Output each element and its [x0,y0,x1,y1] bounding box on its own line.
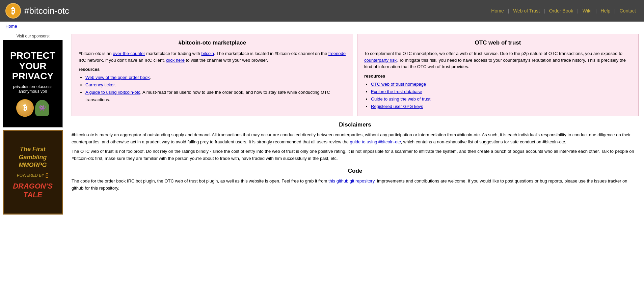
bitcoin-gold-icon: ₿ [16,99,34,117]
disclaimers-title: Disclaimers [72,121,639,128]
marketplace-resources-list: Web view of the open order book. Currenc… [85,74,346,104]
sponsor-1-icons: ₿ 👾 [16,99,49,117]
ghost-icon: 👾 [35,100,49,116]
trust-homepage-link[interactable]: OTC web of trust homepage [371,82,426,87]
trust-resources-label: resources [364,74,632,79]
counterparty-risk-link[interactable]: counterparty risk [364,58,397,63]
nav-help[interactable]: Help [598,8,613,13]
bitcoin-logo-icon: ₿ [5,3,21,19]
nav-sep-3: | [576,8,580,13]
github-link[interactable]: this github git repository [328,178,374,184]
disclaimers-p2: The OTC web of trust is not foolproof. D… [72,148,639,162]
sponsor-2-box[interactable]: The FirstGamblingMMORPG POWERED BY ₿ DRA… [3,130,63,215]
bitcoin-link[interactable]: bitcoin [201,51,214,56]
nav-wiki[interactable]: Wiki [580,8,594,13]
list-item: Web view of the open order book. [85,74,346,81]
header: ₿ #bitcoin-otc Home | Web of Trust | Ord… [0,0,644,22]
sidebar: Visit our sponsors: PROTECTYOURPRIVACY p… [0,34,66,215]
code-section: Code The code for the order book IRC bot… [72,168,639,192]
sponsor-label: Visit our sponsors: [3,34,63,38]
code-description: The code for the order book IRC bot plug… [72,178,639,192]
freenode-link[interactable]: freenode [328,51,346,56]
sponsor-1-box[interactable]: PROTECTYOURPRIVACY privateinternetaccess… [3,40,63,128]
marketplace-title: #bitcoin-otc marketplace [79,39,346,46]
nav-sep-5: | [613,8,617,13]
sponsor-2-bottom: DRAGON'STALE [13,182,53,199]
list-item: Explore the trust database [371,88,632,95]
nav-sep-1: | [507,8,510,13]
nav-web-of-trust[interactable]: Web of Trust [510,8,542,13]
top-panels: #bitcoin-otc marketplace #bitcoin-otc is… [72,34,639,116]
explore-trust-link[interactable]: Explore the trust database [371,89,422,94]
site-title: #bitcoin-otc [24,6,69,16]
click-here-link[interactable]: click here [166,58,185,63]
nav-contact[interactable]: Contact [617,8,639,13]
sponsor-1-title: PROTECTYOURPRIVACY [10,51,55,82]
header-nav: Home | Web of Trust | Order Book | Wiki … [488,8,639,13]
disclaimer-guide-link[interactable]: guide to using #bitcoin-otc [350,139,401,144]
code-title: Code [72,168,639,174]
list-item: OTC web of trust homepage [371,81,632,88]
nav-home[interactable]: Home [488,8,506,13]
sponsor-2-title: The FirstGamblingMMORPG [19,145,47,169]
content: #bitcoin-otc marketplace #bitcoin-otc is… [66,34,644,215]
nav-sep-4: | [594,8,598,13]
guide-trust-link[interactable]: Guide to using the web of trust [371,96,430,102]
trust-panel: OTC web of trust To complement the OTC m… [357,34,639,116]
list-item: A guide to using #bitcoin-otc. A must-re… [85,89,346,104]
list-item: Currency ticker. [85,81,346,89]
marketplace-description: #bitcoin-otc is an over-the-counter mark… [79,50,346,63]
marketplace-resources-label: resources [79,67,346,72]
breadcrumb: Home [0,22,644,31]
main-layout: Visit our sponsors: PROTECTYOURPRIVACY p… [0,31,644,215]
nav-order-book[interactable]: Order Book [546,8,576,13]
list-item: Guide to using the web of trust [371,95,632,103]
web-view-link[interactable]: Web view of the open order book [85,75,150,80]
breadcrumb-home-link[interactable]: Home [5,24,17,29]
trust-title: OTC web of trust [364,39,632,46]
site-logo: ₿ #bitcoin-otc [5,3,69,19]
list-item: Registered user GPG keys [371,103,632,110]
currency-ticker-link[interactable]: Currency ticker [85,82,115,87]
sponsor-2-mid: POWERED BY ₿ [17,172,49,179]
trust-resources-list: OTC web of trust homepage Explore the tr… [371,81,632,110]
guide-link[interactable]: A guide to using #bitcoin-otc [85,90,140,95]
marketplace-panel: #bitcoin-otc marketplace #bitcoin-otc is… [72,34,353,116]
trust-description: To complement the OTC marketplace, we of… [364,50,632,70]
disclaimers-section: Disclaimers #bitcoin-otc is merely an ag… [72,121,639,162]
gpg-keys-link[interactable]: Registered user GPG keys [371,104,423,109]
over-the-counter-link[interactable]: over-the-counter [113,51,145,56]
nav-sep-2: | [542,8,546,13]
sponsor-1-sub: privateinternetaccessanonymous vpn [13,84,53,94]
disclaimers-p1: #bitcoin-otc is merely an aggregator of … [72,132,639,146]
